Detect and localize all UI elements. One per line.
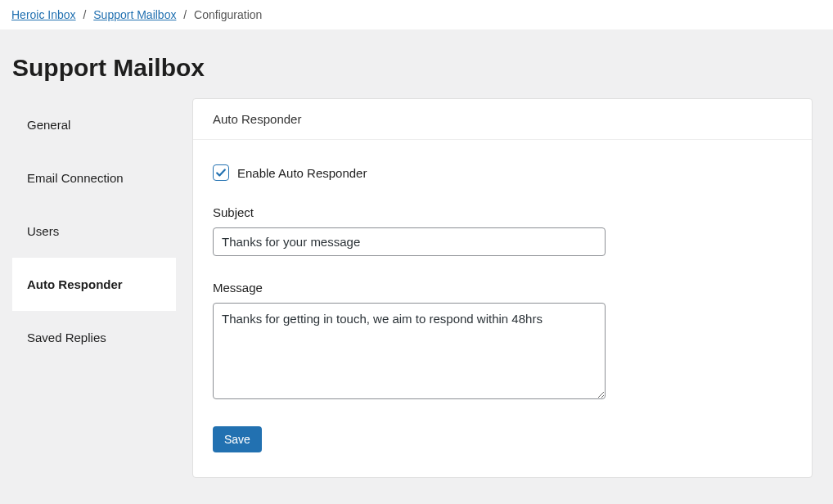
sidebar: General Email Connection Users Auto Resp… xyxy=(12,98,176,364)
content-body: Enable Auto Responder Subject Message Sa… xyxy=(193,140,812,477)
check-icon xyxy=(215,167,227,178)
message-label: Message xyxy=(213,281,792,295)
breadcrumb-link-heroic-inbox[interactable]: Heroic Inbox xyxy=(11,8,76,21)
message-field-group: Message xyxy=(213,281,792,402)
breadcrumb: Heroic Inbox / Support Mailbox / Configu… xyxy=(0,0,833,29)
main-area: Support Mailbox General Email Connection… xyxy=(0,29,833,504)
enable-auto-responder-checkbox[interactable] xyxy=(213,164,229,181)
sidebar-item-users[interactable]: Users xyxy=(12,205,176,258)
enable-auto-responder-row: Enable Auto Responder xyxy=(213,164,792,181)
sidebar-item-email-connection[interactable]: Email Connection xyxy=(12,151,176,205)
sidebar-item-saved-replies[interactable]: Saved Replies xyxy=(12,311,176,364)
breadcrumb-separator: / xyxy=(79,8,90,21)
enable-auto-responder-label: Enable Auto Responder xyxy=(237,166,367,180)
breadcrumb-separator: / xyxy=(179,8,191,21)
subject-field-group: Subject xyxy=(213,205,792,256)
subject-input[interactable] xyxy=(213,227,606,256)
content-panel: Auto Responder Enable Auto Responder Sub… xyxy=(192,98,813,478)
sidebar-item-auto-responder[interactable]: Auto Responder xyxy=(12,258,176,311)
breadcrumb-current: Configuration xyxy=(194,8,262,21)
message-textarea[interactable] xyxy=(213,303,606,399)
sidebar-item-general[interactable]: General xyxy=(12,98,176,151)
page-title: Support Mailbox xyxy=(12,38,821,98)
subject-label: Subject xyxy=(213,205,792,219)
save-button[interactable]: Save xyxy=(213,426,262,452)
content-header: Auto Responder xyxy=(193,99,812,140)
layout: General Email Connection Users Auto Resp… xyxy=(12,98,821,478)
breadcrumb-link-support-mailbox[interactable]: Support Mailbox xyxy=(93,8,176,21)
